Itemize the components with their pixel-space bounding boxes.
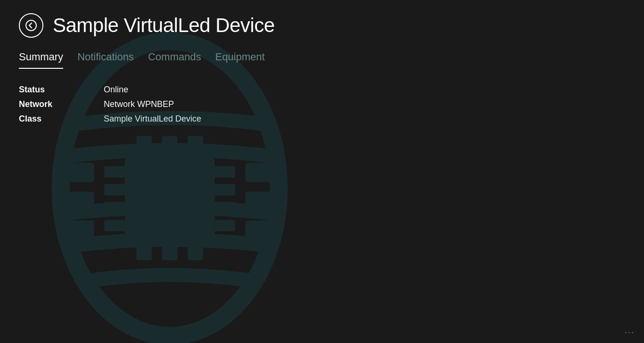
class-row: Class Sample VirtualLed Device [19, 114, 625, 124]
svg-rect-10 [104, 202, 125, 213]
svg-rect-19 [136, 240, 152, 261]
class-label: Class [19, 114, 75, 124]
back-button[interactable] [19, 13, 43, 38]
svg-rect-8 [104, 166, 125, 177]
tab-equipment[interactable]: Equipment [215, 47, 274, 69]
class-value: Sample VirtualLed Device [75, 114, 201, 124]
svg-rect-20 [162, 240, 178, 261]
network-label: Network [19, 99, 75, 109]
svg-rect-13 [215, 184, 235, 195]
svg-rect-5 [245, 192, 271, 211]
header: Sample VirtualLed Device [0, 0, 644, 47]
svg-rect-2 [68, 192, 94, 211]
tab-commands[interactable]: Commands [148, 47, 210, 69]
tab-summary[interactable]: Summary [19, 47, 73, 69]
status-label: Status [19, 85, 75, 95]
svg-point-22 [26, 20, 36, 31]
status-row: Status Online [19, 85, 625, 95]
svg-rect-6 [245, 220, 271, 240]
svg-rect-9 [104, 184, 125, 195]
svg-rect-1 [68, 163, 94, 182]
svg-rect-21 [188, 240, 203, 261]
content-area: Status Online Network Network WPNBEP Cla… [0, 80, 644, 133]
svg-rect-18 [188, 136, 203, 156]
back-arrow-icon [25, 20, 37, 31]
svg-rect-17 [162, 136, 178, 156]
svg-rect-7 [125, 156, 215, 240]
tab-notifications[interactable]: Notifications [77, 47, 143, 69]
svg-rect-12 [215, 166, 235, 177]
svg-rect-3 [68, 220, 94, 240]
background-logo [24, 28, 316, 343]
svg-rect-16 [136, 136, 152, 156]
svg-rect-15 [215, 220, 235, 231]
svg-rect-4 [245, 163, 271, 182]
page-title: Sample VirtualLed Device [53, 14, 275, 37]
status-value: Online [75, 85, 128, 95]
svg-rect-11 [104, 220, 125, 231]
network-value: Network WPNBEP [75, 99, 174, 109]
dots-menu-button[interactable]: ... [625, 326, 635, 335]
network-row: Network Network WPNBEP [19, 99, 625, 109]
svg-rect-14 [215, 202, 235, 213]
tabs-container: Summary Notifications Commands Equipment [0, 47, 644, 69]
